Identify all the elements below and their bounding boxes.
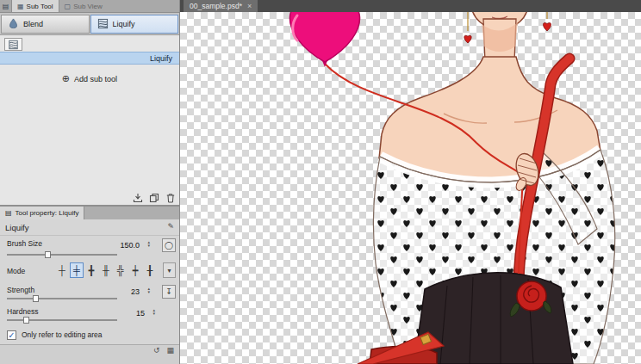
- mode-icon-push-right[interactable]: ╬: [114, 262, 128, 278]
- liquify-tool-label: Liquify: [113, 20, 135, 28]
- tool-button-liquify[interactable]: Liquify: [90, 15, 179, 34]
- mode-icon-twirl-counterclockwise[interactable]: ╂: [143, 262, 157, 278]
- only-editing-area-checkbox[interactable]: ✓: [7, 330, 16, 340]
- add-sub-tool-label: Add sub tool: [74, 75, 117, 83]
- liquify-subtool-icon: [8, 40, 19, 50]
- show-settings-icon[interactable]: ✎: [167, 222, 174, 231]
- strength-slider-handle[interactable]: [33, 295, 39, 302]
- tool-property-title: Liquify: [5, 223, 28, 232]
- hardness-value[interactable]: 15: [136, 309, 145, 318]
- blend-tool-label: Blend: [23, 20, 43, 28]
- subtool-item-liquify[interactable]: Liquify: [0, 52, 179, 65]
- brush-size-dynamics-button[interactable]: ◯: [162, 238, 176, 252]
- tab-sub-tool[interactable]: ▦ Sub Tool: [11, 0, 59, 12]
- strength-row: Strength 23 ▴ ▾ ↧: [0, 282, 179, 304]
- sub-tool-tab-label: Sub Tool: [27, 3, 53, 10]
- brush-size-value[interactable]: 150.0: [120, 241, 140, 250]
- only-editing-area-label: Only refer to editing area: [22, 330, 103, 339]
- tool-property-tab-icon: ▤: [5, 209, 12, 217]
- hardness-row: Hardness 15 ▴ ▾: [0, 304, 179, 325]
- main-area: 00_sample.psd* ×: [180, 0, 641, 364]
- canvas-viewport[interactable]: [180, 12, 641, 364]
- brush-size-slider[interactable]: [7, 254, 117, 256]
- tab-sub-view[interactable]: ▢ Sub View: [59, 0, 108, 12]
- mode-icon-push-left[interactable]: ╫: [99, 262, 113, 278]
- canvas-artwork: [180, 12, 641, 364]
- trash-icon[interactable]: [165, 193, 176, 203]
- tab-tool-property[interactable]: ▤ Tool property: Liquify: [0, 207, 84, 219]
- mode-icon-expand[interactable]: ╪: [70, 262, 84, 278]
- sub-tool-tab-icon: ▦: [17, 3, 24, 10]
- liquify-tool-icon: [97, 18, 109, 29]
- brush-size-label: Brush Size: [7, 239, 42, 248]
- subtool-item-icon-tile[interactable]: [4, 38, 22, 51]
- sub-view-tab-label: Sub View: [73, 3, 103, 10]
- subtool-tabbar: ▤ ▦ Sub Tool ▢ Sub View: [0, 0, 179, 13]
- mode-dropdown-chevron[interactable]: ▾: [163, 262, 176, 278]
- brush-size-slider-handle[interactable]: [45, 251, 51, 258]
- left-panel-column: ▤ ▦ Sub Tool ▢ Sub View Blend: [0, 0, 180, 364]
- register-settings-icon[interactable]: ▦: [166, 346, 174, 355]
- spinner-down-icon[interactable]: ▾: [147, 290, 150, 293]
- mode-icon-push[interactable]: ┼: [55, 262, 69, 278]
- clip-studio-window: ▤ ▦ Sub Tool ▢ Sub View Blend: [0, 0, 641, 364]
- blend-tool-icon: [8, 18, 19, 29]
- reset-all-settings-icon[interactable]: ↺: [153, 346, 160, 355]
- hardness-spinner[interactable]: ▴ ▾: [152, 308, 155, 315]
- spinner-down-icon[interactable]: ▾: [147, 244, 150, 247]
- tool-property-tab-label: Tool property: Liquify: [16, 209, 79, 217]
- strength-label: Strength: [7, 286, 34, 294]
- sub-view-tab-icon: ▢: [65, 3, 72, 10]
- tool-property-title-row: Liquify ✎: [0, 219, 179, 236]
- subtool-list-actions: [133, 193, 176, 203]
- tool-button-blend[interactable]: Blend: [1, 15, 90, 34]
- mode-icon-twirl-clockwise[interactable]: ┿: [128, 262, 142, 278]
- strength-dynamics-button[interactable]: ↧: [162, 285, 176, 299]
- subtool-item-label: Liquify: [150, 54, 172, 63]
- brush-size-row: Brush Size 150.0 ▴ ▾ ◯: [0, 236, 179, 260]
- spinner-down-icon[interactable]: ▾: [152, 312, 155, 315]
- document-tab[interactable]: 00_sample.psd* ×: [184, 0, 258, 12]
- hardness-slider-handle[interactable]: [23, 317, 29, 324]
- mode-row: Mode ┼╪╋╫╬┿╂ ▾: [0, 260, 179, 282]
- tool-property-panel: ▤ Tool property: Liquify Liquify ✎ Brush…: [0, 205, 179, 364]
- close-icon[interactable]: ×: [247, 2, 252, 10]
- import-icon[interactable]: [133, 193, 143, 203]
- only-editing-area-row: ✓ Only refer to editing area: [0, 325, 179, 344]
- mode-icon-strip: ┼╪╋╫╬┿╂: [55, 262, 157, 278]
- brush-size-spinner[interactable]: ▴ ▾: [147, 240, 150, 247]
- mode-icon-pinch[interactable]: ╋: [84, 262, 98, 278]
- strength-value[interactable]: 23: [131, 287, 140, 296]
- add-icon: ⊕: [62, 73, 70, 84]
- tool-property-tabbar: ▤ Tool property: Liquify: [0, 207, 179, 219]
- tool-property-footer: ↺ ▦: [0, 344, 179, 364]
- duplicate-icon[interactable]: [149, 193, 159, 203]
- add-sub-tool-button[interactable]: ⊕ Add sub tool: [0, 73, 179, 84]
- strength-slider[interactable]: [7, 298, 117, 299]
- hardness-label: Hardness: [7, 307, 38, 316]
- document-tab-label: 00_sample.psd*: [190, 2, 242, 10]
- mode-label: Mode: [7, 267, 25, 275]
- strength-spinner[interactable]: ▴ ▾: [147, 287, 150, 293]
- tool-group-row: Blend Liquify: [0, 13, 179, 34]
- subtool-list: Liquify ⊕ Add sub tool: [0, 34, 179, 205]
- document-tabbar: 00_sample.psd* ×: [180, 0, 641, 12]
- panel-menu-icon[interactable]: ▤: [0, 0, 11, 12]
